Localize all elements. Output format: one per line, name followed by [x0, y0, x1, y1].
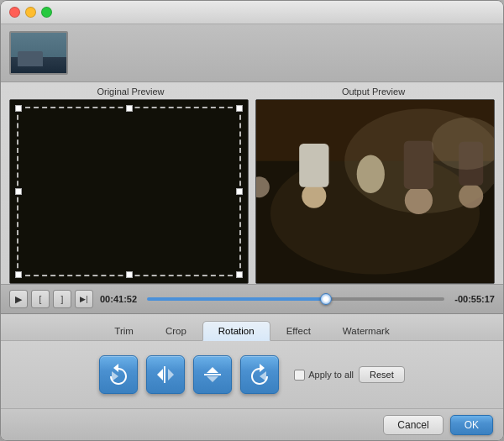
apply-to-all-checkbox[interactable] [294, 370, 305, 381]
video-thumbnail[interactable] [9, 31, 68, 75]
output-video-frame [255, 99, 495, 284]
scrubber-track[interactable] [147, 297, 444, 301]
titlebar [1, 1, 503, 24]
minimize-button[interactable] [25, 7, 36, 18]
tab-rotation[interactable]: Rotation [202, 321, 270, 341]
tab-effect[interactable]: Effect [270, 321, 327, 340]
apply-to-all-area[interactable]: Apply to all [294, 370, 354, 381]
output-video-content [256, 100, 494, 283]
maximize-button[interactable] [41, 7, 52, 18]
bottom-bar: Cancel OK [1, 408, 503, 440]
svg-marker-40 [260, 371, 266, 381]
original-video-content [10, 100, 248, 283]
ok-button[interactable]: OK [450, 415, 493, 435]
apply-to-all-label: Apply to all [308, 370, 354, 380]
thumbnail-image [11, 33, 66, 73]
tab-bar: Trim Crop Rotation Effect Watermark [1, 314, 503, 341]
svg-rect-32 [256, 100, 494, 283]
left-scene [10, 100, 248, 283]
scrubber-thumb[interactable] [320, 293, 332, 305]
svg-marker-38 [207, 367, 218, 373]
play-button[interactable]: ▶ [9, 290, 28, 308]
svg-marker-39 [207, 376, 218, 382]
main-window: Original Preview Output Preview [0, 0, 504, 441]
close-button[interactable] [9, 7, 20, 18]
reset-button[interactable]: Reset [359, 366, 405, 383]
rotation-panel: Apply to all Reset [1, 341, 503, 408]
tab-trim[interactable]: Trim [98, 321, 150, 340]
preview-videos [9, 99, 495, 284]
end-time: -00:55:17 [454, 294, 495, 304]
mark-in-button[interactable]: [ [31, 290, 50, 308]
current-time: 00:41:52 [100, 294, 137, 304]
preview-section: Original Preview Output Preview [1, 82, 503, 284]
scrubber-container[interactable] [147, 293, 444, 305]
apply-container: Apply to all Reset [294, 366, 405, 383]
tab-crop[interactable]: Crop [150, 321, 202, 340]
rotate-left-button[interactable] [99, 355, 138, 394]
original-preview-label: Original Preview [9, 87, 252, 97]
flip-vertical-button[interactable] [193, 355, 232, 394]
cancel-button[interactable]: Cancel [383, 415, 443, 435]
tab-watermark[interactable]: Watermark [327, 321, 406, 340]
prev-frame-button[interactable]: ▶| [75, 290, 93, 308]
flip-vertical-icon [201, 363, 224, 386]
preview-labels: Original Preview Output Preview [9, 87, 495, 97]
controls-bar: ▶ [ ] ▶| 00:41:52 -00:55:17 [1, 284, 503, 314]
svg-marker-36 [168, 369, 174, 381]
thumbnail-bar [1, 24, 503, 82]
flip-horizontal-icon [154, 363, 177, 386]
flip-horizontal-button[interactable] [146, 355, 185, 394]
mark-out-button[interactable]: ] [53, 290, 71, 308]
original-video-frame [9, 99, 249, 284]
right-video-svg [256, 100, 494, 283]
svg-marker-33 [112, 371, 118, 381]
svg-rect-34 [164, 366, 165, 383]
svg-marker-35 [157, 369, 163, 381]
output-preview-label: Output Preview [252, 87, 495, 97]
rotate-right-button[interactable] [240, 355, 279, 394]
rotate-right-icon [248, 363, 271, 386]
rotate-left-icon [107, 363, 130, 386]
svg-rect-37 [204, 374, 221, 375]
